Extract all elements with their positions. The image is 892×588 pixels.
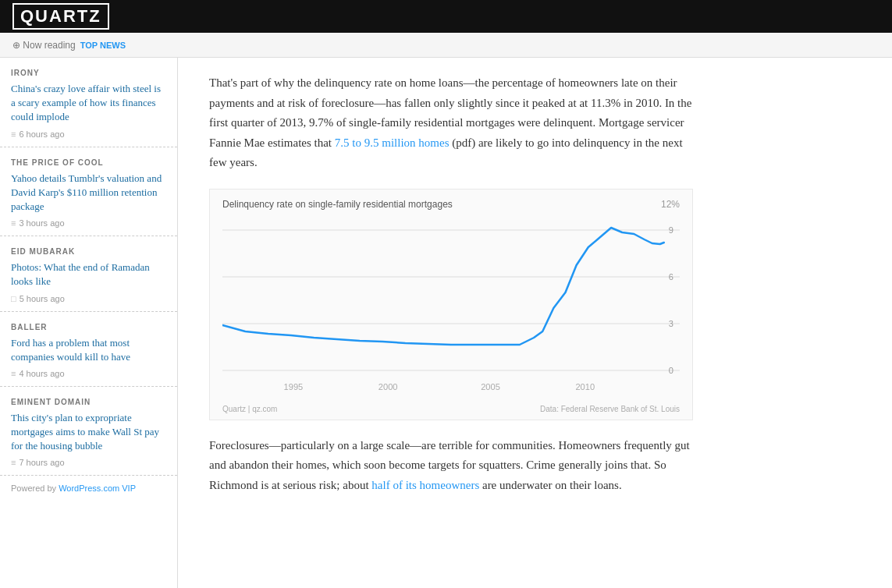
sidebar-category-1: IRONY (11, 69, 166, 77)
sidebar-footer: Powered by WordPress.com VIP (0, 476, 177, 501)
sidebar-title-5[interactable]: This city's plan to expropriate mortgage… (11, 411, 166, 454)
header: QUARTZ (0, 0, 892, 33)
sidebar: IRONYChina's crazy love affair with stee… (0, 58, 178, 588)
sidebar-time-5: 7 hours ago (19, 458, 64, 467)
sidebar-meta-3: □5 hours ago (11, 294, 166, 303)
layout: IRONYChina's crazy love affair with stee… (0, 58, 892, 588)
sidebar-meta-4: ≡4 hours ago (11, 369, 166, 378)
chart-header: Delinquency rate on single-family reside… (222, 199, 680, 210)
sidebar-title-3[interactable]: Photos: What the end of Ramadan looks li… (11, 260, 166, 289)
sidebar-title-2[interactable]: Yahoo details Tumblr's valuation and Dav… (11, 172, 166, 214)
chart-svg: 9 6 3 0 1995 2000 2005 2010 (222, 214, 680, 402)
logo[interactable]: QUARTZ (12, 3, 109, 30)
svg-text:0: 0 (669, 366, 673, 375)
sidebar-item-2[interactable]: THE PRICE OF COOLYahoo details Tumblr's … (0, 147, 177, 237)
svg-text:2010: 2010 (575, 382, 595, 391)
sidebar-meta-icon-1: ≡ (11, 129, 16, 139)
article-para-2: Foreclosures—particularly on a large sca… (209, 436, 693, 496)
svg-text:6: 6 (669, 272, 673, 282)
sidebar-item-4[interactable]: BALLERFord has a problem that most compa… (0, 312, 177, 387)
sidebar-title-4[interactable]: Ford has a problem that most companies w… (11, 336, 166, 364)
article-para-1: That's part of why the delinquency rate … (209, 73, 693, 173)
sidebar-meta-icon-4: ≡ (11, 369, 16, 378)
chart-svg-area: 9 6 3 0 1995 2000 2005 2010 (222, 214, 680, 402)
sidebar-category-2: THE PRICE OF COOL (11, 158, 166, 167)
sidebar-items-container: IRONYChina's crazy love affair with stee… (0, 58, 177, 476)
sidebar-title-1[interactable]: China's crazy love affair with steel is … (11, 82, 166, 125)
article-link-1[interactable]: 7.5 to 9.5 million homes (335, 136, 450, 149)
main-content: That's part of why the delinquency rate … (178, 58, 892, 588)
sidebar-time-2: 3 hours ago (19, 218, 64, 228)
chart-container: Delinquency rate on single-family reside… (209, 189, 693, 420)
sidebar-meta-2: ≡3 hours ago (11, 218, 166, 228)
sidebar-item-3[interactable]: EID MUBARAKPhotos: What the end of Ramad… (0, 236, 177, 311)
sidebar-category-4: BALLER (11, 323, 166, 331)
svg-text:3: 3 (669, 319, 673, 328)
subheader: ⊕ Now reading TOP NEWS (0, 33, 892, 58)
svg-text:9: 9 (669, 225, 673, 235)
sidebar-meta-icon-5: ≡ (11, 458, 16, 467)
chart-source-right: Data: Federal Reserve Bank of St. Louis (540, 405, 680, 413)
sidebar-item-1[interactable]: IRONYChina's crazy love affair with stee… (0, 58, 177, 147)
sidebar-meta-5: ≡7 hours ago (11, 458, 166, 467)
sidebar-meta-icon-2: ≡ (11, 218, 16, 228)
powered-by-label: Powered by (11, 484, 56, 493)
svg-text:2000: 2000 (378, 382, 398, 391)
sidebar-category-5: EMINENT DOMAIN (11, 398, 166, 406)
svg-text:1995: 1995 (284, 382, 304, 391)
chart-title: Delinquency rate on single-family reside… (222, 199, 453, 210)
sidebar-time-1: 6 hours ago (19, 129, 64, 139)
sidebar-time-3: 5 hours ago (20, 294, 65, 303)
chart-source-left: Quartz | qz.com (222, 405, 277, 413)
now-reading-label: ⊕ Now reading (12, 40, 76, 51)
sidebar-time-4: 4 hours ago (19, 369, 64, 378)
sidebar-category-3: EID MUBARAK (11, 247, 166, 256)
top-news-link[interactable]: TOP NEWS (80, 41, 126, 50)
chart-max-label: 12% (661, 199, 680, 210)
chart-footer: Quartz | qz.com Data: Federal Reserve Ba… (222, 405, 680, 413)
article-link-2[interactable]: half of its homeowners (371, 479, 479, 491)
sidebar-meta-icon-3: □ (11, 294, 16, 303)
article-para-2b-text: are underwater on their loans. (482, 479, 622, 491)
sidebar-meta-1: ≡6 hours ago (11, 129, 166, 139)
wordpress-vip-link[interactable]: WordPress.com VIP (59, 484, 136, 493)
svg-text:2005: 2005 (481, 382, 500, 391)
sidebar-item-5[interactable]: EMINENT DOMAINThis city's plan to exprop… (0, 387, 177, 476)
